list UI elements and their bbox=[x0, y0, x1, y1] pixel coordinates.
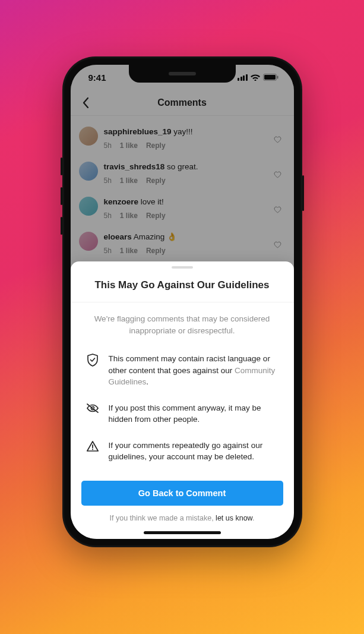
warning-triangle-icon bbox=[86, 440, 99, 452]
bullet-hidden: If you post this comment anyway, it may … bbox=[86, 395, 278, 433]
bullet-text-post: . bbox=[146, 377, 148, 386]
bullet-text: This comment may contain racist language… bbox=[109, 353, 278, 388]
eye-off-icon bbox=[86, 402, 99, 414]
bullet-text: If your comments repeatedly go against o… bbox=[109, 440, 278, 463]
phone-screen: 9:41 Comments bbox=[71, 65, 294, 539]
gradient-background: 9:41 Comments bbox=[0, 0, 364, 634]
sheet-intro: We're flagging comments that may be cons… bbox=[71, 302, 294, 341]
home-indicator[interactable] bbox=[144, 531, 221, 534]
bullet-deleted: If your comments repeatedly go against o… bbox=[86, 433, 278, 470]
go-back-to-comment-button[interactable]: Go Back to Comment bbox=[81, 481, 283, 506]
svg-point-7 bbox=[91, 449, 93, 450]
sheet-title: This May Go Against Our Guidelines bbox=[71, 269, 294, 302]
phone-frame: 9:41 Comments bbox=[62, 56, 302, 547]
mistake-line: If you think we made a mistake, let us k… bbox=[71, 514, 294, 522]
bullet-text-pre: If you post this comment anyway, it may … bbox=[109, 403, 261, 424]
warning-sheet: This May Go Against Our Guidelines We're… bbox=[71, 261, 294, 539]
mistake-pre: If you think we made a mistake, bbox=[110, 514, 216, 522]
bullet-text: If you post this comment anyway, it may … bbox=[109, 402, 278, 425]
bullet-text-pre: If your comments repeatedly go against o… bbox=[109, 441, 263, 462]
shield-check-icon bbox=[86, 353, 99, 367]
bullet-guidelines: This comment may contain racist language… bbox=[86, 346, 278, 395]
let-us-know-link[interactable]: let us know bbox=[216, 514, 252, 522]
sheet-bullets: This comment may contain racist language… bbox=[71, 341, 294, 472]
speaker-grille bbox=[169, 72, 196, 75]
mistake-post: . bbox=[252, 514, 254, 522]
phone-notch bbox=[129, 65, 236, 83]
